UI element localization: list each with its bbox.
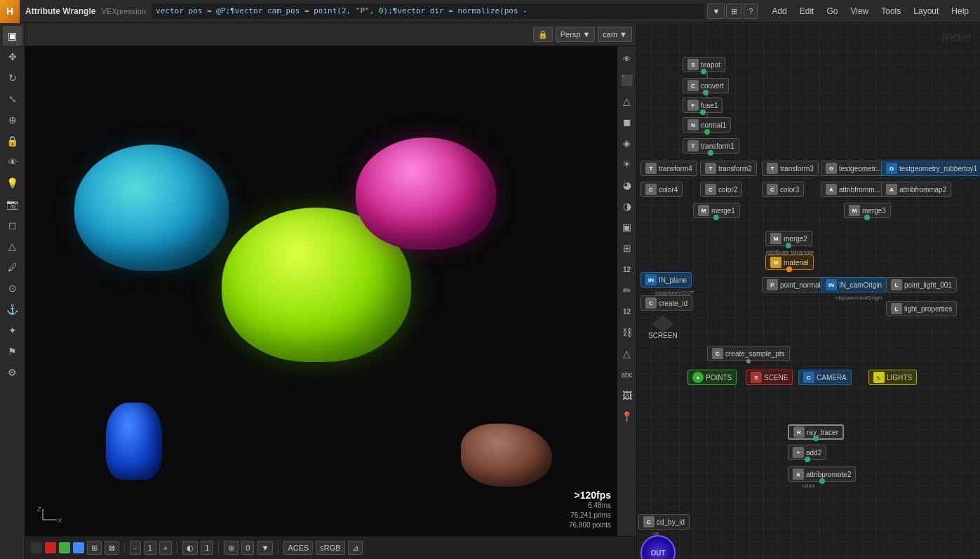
handle-icon[interactable]: ✦ bbox=[3, 321, 22, 340]
node-normal1[interactable]: N normal1 bbox=[683, 117, 731, 133]
node-ray-tracer[interactable]: R ray_tracer bbox=[788, 424, 844, 440]
camera-icon[interactable]: 📷 bbox=[3, 194, 22, 214]
node-scene[interactable]: S SCENE bbox=[746, 370, 793, 385]
node-in-camorigin[interactable]: IN IN_camOrigin obj/cam/camOrigin bbox=[821, 277, 887, 292]
node-create-id[interactable]: C create_id bbox=[640, 295, 692, 311]
num-icon[interactable]: 12 bbox=[617, 260, 637, 279]
node-attribfrommap2[interactable]: A attribfrommap2 bbox=[881, 182, 951, 197]
code-editor-bar[interactable]: vector pos = @P;¶vector cam_pos = point(… bbox=[152, 4, 704, 19]
node-teapot[interactable]: S teapot bbox=[683, 57, 725, 72]
ambient-icon[interactable]: ◑ bbox=[617, 196, 637, 216]
menu-view[interactable]: View bbox=[845, 3, 874, 20]
move-icon-btn[interactable]: ⊕ bbox=[224, 541, 239, 555]
transform-tool-icon[interactable]: ⊕ bbox=[3, 110, 22, 130]
dropdown-btn[interactable]: ▼ bbox=[257, 541, 273, 555]
3d-viewport[interactable]: >120fps 6.48ms 76,241 prims 76,800 point… bbox=[25, 46, 636, 536]
node-fuse1[interactable]: F fuse1 bbox=[683, 97, 723, 113]
color-swatch-red[interactable] bbox=[45, 542, 56, 553]
value3-display[interactable]: 0 bbox=[241, 541, 254, 555]
circle-btn[interactable]: ◐ bbox=[182, 541, 198, 555]
view-icon[interactable]: 👁 bbox=[3, 152, 22, 172]
node-attribpromote2[interactable]: A attribpromote2 cd/id bbox=[788, 466, 856, 482]
node-add2[interactable]: + add2 bbox=[788, 445, 826, 460]
node-transform3[interactable]: T transform3 bbox=[762, 161, 819, 176]
rotate-tool-icon[interactable]: ↻ bbox=[3, 68, 22, 88]
geo2-icon[interactable]: △ bbox=[617, 344, 637, 363]
expand-btn[interactable]: ▼ bbox=[707, 4, 725, 19]
brush-icon[interactable]: ✏ bbox=[617, 281, 637, 300]
node-color3[interactable]: C color3 bbox=[762, 182, 804, 197]
colorspace1-btn[interactable]: ACES bbox=[283, 541, 313, 555]
node-light-properties[interactable]: L light_properties bbox=[886, 301, 957, 316]
paint-icon[interactable]: 🖊 bbox=[3, 257, 22, 277]
node-graph[interactable]: Indie bbox=[637, 23, 980, 559]
wireframe-icon[interactable]: △ bbox=[617, 91, 637, 111]
object-icon[interactable]: ◻ bbox=[3, 215, 22, 235]
chain-icon[interactable]: ⛓ bbox=[617, 323, 637, 342]
node-transform2[interactable]: T transform2 bbox=[700, 161, 757, 176]
node-transform1[interactable]: T transform1 bbox=[683, 138, 739, 154]
color-swatch-blue[interactable] bbox=[73, 542, 84, 553]
node-color2[interactable]: C color2 bbox=[700, 182, 742, 197]
grid-btn[interactable]: ⊞ bbox=[726, 4, 742, 19]
flag-icon[interactable]: ⚑ bbox=[3, 342, 22, 361]
node-testgeometry[interactable]: G testgeometr... bbox=[821, 161, 887, 176]
node-attribfromm[interactable]: A attribfromm... bbox=[821, 182, 885, 197]
layers-icon[interactable]: 12 bbox=[617, 302, 637, 321]
node-point-light-001[interactable]: L point_light_001 bbox=[886, 277, 957, 292]
adjust-btn[interactable]: ⊿ bbox=[348, 541, 363, 555]
node-color4[interactable]: C color4 bbox=[640, 182, 683, 197]
menu-add[interactable]: Add bbox=[766, 3, 792, 20]
lock-icon[interactable]: 🔒 bbox=[3, 131, 22, 151]
node-create-sample-pts[interactable]: C create_sample_pts bbox=[707, 346, 790, 361]
node-cd-by-id[interactable]: C cd_by_id ce bbox=[638, 514, 690, 530]
vis-icon[interactable]: 👁 bbox=[617, 49, 637, 69]
magnet-icon[interactable]: ⚓ bbox=[3, 299, 22, 319]
color-swatch-green[interactable] bbox=[59, 542, 70, 553]
settings-icon[interactable]: ⚙ bbox=[3, 363, 22, 382]
plus-btn[interactable]: + bbox=[159, 541, 172, 555]
node-camera[interactable]: C CAMERA bbox=[798, 370, 852, 385]
node-in-plane[interactable]: IN IN_plane obj/planeVOUT bbox=[640, 272, 692, 288]
node-screen[interactable]: SCREEN bbox=[645, 314, 680, 335]
node-merge1[interactable]: M merge1 bbox=[693, 203, 740, 218]
text-label-icon[interactable]: abc bbox=[617, 365, 637, 384]
select-tool-icon[interactable]: ▣ bbox=[3, 26, 22, 46]
menu-edit[interactable]: Edit bbox=[794, 3, 820, 20]
scale-tool-icon[interactable]: ⤡ bbox=[3, 89, 22, 109]
bg-icon[interactable]: ▣ bbox=[617, 217, 637, 237]
render-icon[interactable]: ⬛ bbox=[617, 70, 637, 90]
grid-view-icon[interactable]: ⊞ bbox=[617, 238, 637, 258]
node-transform4[interactable]: T transform4 bbox=[640, 161, 697, 176]
menu-layout[interactable]: Layout bbox=[908, 3, 944, 20]
shadow-icon[interactable]: ◕ bbox=[617, 175, 637, 195]
lock-view-btn[interactable]: 🔒 bbox=[533, 27, 553, 42]
menu-go[interactable]: Go bbox=[821, 3, 843, 20]
light-icon[interactable]: 💡 bbox=[3, 173, 22, 193]
material-icon[interactable]: ◈ bbox=[617, 133, 637, 153]
move-tool-icon[interactable]: ✥ bbox=[3, 47, 22, 67]
color-swatch-1[interactable] bbox=[31, 542, 42, 553]
cam-btn[interactable]: cam ▼ bbox=[598, 27, 632, 42]
light2-icon[interactable]: ☀ bbox=[617, 154, 637, 174]
value2-display[interactable]: 1 bbox=[201, 541, 213, 555]
node-convert[interactable]: C convert bbox=[683, 78, 729, 93]
menu-tools[interactable]: Tools bbox=[875, 3, 906, 20]
minus-btn[interactable]: - bbox=[130, 541, 141, 555]
menu-help[interactable]: Help bbox=[946, 3, 974, 20]
node-material[interactable]: M material bbox=[765, 255, 814, 270]
persp-btn[interactable]: Persp ▼ bbox=[556, 27, 596, 42]
node-merge2[interactable]: M merge2 bbox=[765, 231, 812, 246]
value1-display[interactable]: 1 bbox=[144, 541, 156, 555]
dot-grid-btn[interactable]: ⊠ bbox=[105, 541, 119, 555]
node-point-normals[interactable]: P point_normals bbox=[762, 277, 829, 292]
solid-icon[interactable]: ◼ bbox=[617, 112, 637, 132]
geo-icon[interactable]: △ bbox=[3, 236, 22, 256]
node-testgeometry-rubbertoy[interactable]: G testgeometry_rubbertoy1 bbox=[881, 161, 980, 176]
node-lights[interactable]: L LIGHTS bbox=[868, 370, 917, 385]
img-icon[interactable]: 🖼 bbox=[617, 386, 637, 405]
grid-toggle-btn[interactable]: ⊞ bbox=[87, 541, 102, 555]
help-btn[interactable]: ? bbox=[744, 4, 758, 19]
node-points[interactable]: ● POINTS bbox=[687, 370, 737, 385]
pin-icon[interactable]: 📍 bbox=[617, 407, 637, 426]
